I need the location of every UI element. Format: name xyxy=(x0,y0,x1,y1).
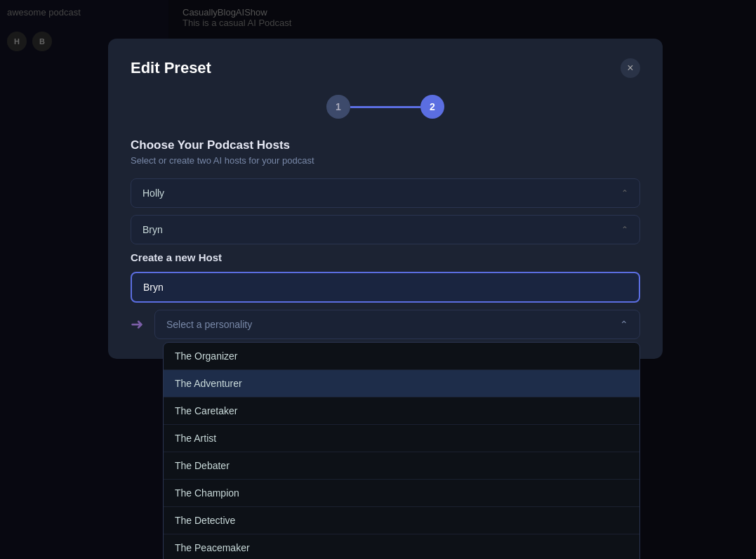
close-button[interactable]: × xyxy=(621,58,640,78)
dropdown-item[interactable]: The Caretaker xyxy=(164,397,639,425)
host2-select[interactable]: Bryn ⌃ xyxy=(131,215,640,244)
step-1-circle: 1 xyxy=(326,95,350,119)
personality-row: ➜ Select a personality ⌃ The OrganizerTh… xyxy=(131,310,640,339)
modal-title: Edit Preset xyxy=(131,59,211,77)
section-heading: Choose Your Podcast Hosts xyxy=(131,138,640,152)
create-host-label: Create a new Host xyxy=(131,251,640,263)
dropdown-item[interactable]: The Debater xyxy=(164,452,639,480)
dropdown-item[interactable]: The Organizer xyxy=(164,343,639,370)
host2-chevron-icon: ⌃ xyxy=(621,225,628,235)
host1-select[interactable]: Holly ⌃ xyxy=(131,178,640,208)
dropdown-item[interactable]: The Champion xyxy=(164,480,639,507)
personality-select[interactable]: Select a personality ⌃ xyxy=(154,310,640,339)
section-subheading: Select or create two AI hosts for your p… xyxy=(131,155,640,166)
personality-chevron-icon: ⌃ xyxy=(620,319,628,330)
step-2-circle: 2 xyxy=(420,95,444,119)
host1-value: Holly xyxy=(142,188,164,199)
dropdown-item[interactable]: The Detective xyxy=(164,507,639,534)
dropdown-item[interactable]: The Artist xyxy=(164,425,639,452)
personality-dropdown: The OrganizerThe AdventurerThe Caretaker… xyxy=(163,342,640,559)
edit-preset-modal: Edit Preset × 1 2 Choose Your Podcast Ho… xyxy=(108,39,663,359)
host-name-input[interactable] xyxy=(131,272,640,303)
modal-header: Edit Preset × xyxy=(131,58,640,78)
dropdown-item[interactable]: The Peacemaker xyxy=(164,534,639,559)
personality-placeholder: Select a personality xyxy=(166,319,252,330)
host2-value: Bryn xyxy=(142,224,163,235)
host1-chevron-icon: ⌃ xyxy=(621,188,628,198)
step-indicator: 1 2 xyxy=(131,95,640,119)
dropdown-item[interactable]: The Adventurer xyxy=(164,370,639,397)
step-line xyxy=(350,106,420,108)
arrow-indicator-icon: ➜ xyxy=(131,315,143,334)
